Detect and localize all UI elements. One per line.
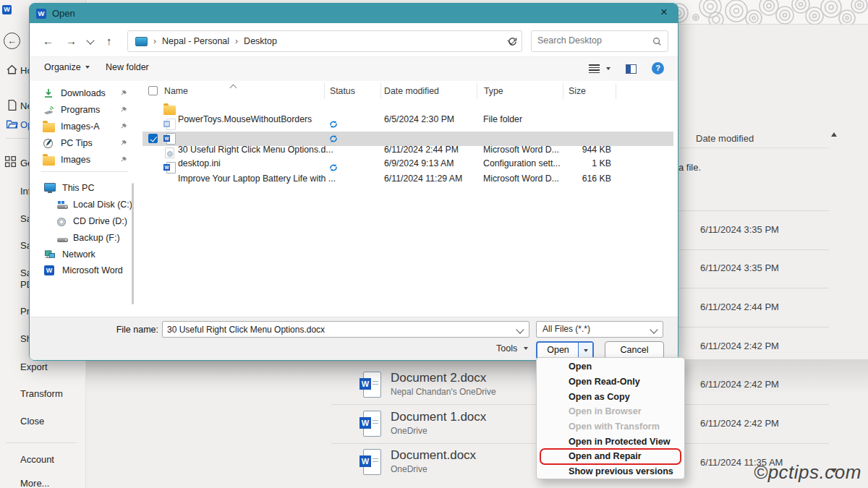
new-folder-button[interactable]: New folder (106, 62, 149, 72)
back-arrow-icon: ← (7, 35, 17, 46)
view-options-chevron-icon[interactable] (606, 67, 610, 70)
backstage-nav-export[interactable]: Export (20, 361, 48, 372)
file-name-combobox (162, 321, 529, 338)
breadcrumb[interactable]: › Nepal - Personal › Desktop (127, 30, 522, 52)
pin-icon (119, 155, 128, 164)
menu-item-open-read-only[interactable]: Open Read-Only (537, 374, 684, 390)
row-checkbox[interactable] (148, 134, 158, 143)
desktop-location-icon (135, 37, 148, 46)
network-icon (44, 249, 56, 260)
sidebar-item-network[interactable]: Network (35, 247, 135, 262)
chevron-down-icon (85, 66, 90, 69)
recent-document-location: OneDrive (391, 464, 427, 474)
config-file-icon (164, 147, 174, 158)
menu-item-open-and-repair[interactable]: Open and Repair (537, 449, 684, 464)
column-date-modified[interactable]: Date modified (384, 83, 439, 99)
divider (6, 442, 77, 443)
sidebar-item-this-pc[interactable]: This PC (35, 181, 135, 195)
sidebar-divider (41, 171, 128, 172)
recent-document-name: Document 2.docx (391, 371, 486, 385)
watermark: ©pctips.com (754, 461, 861, 484)
column-name[interactable]: Name (164, 83, 188, 99)
search-icon[interactable] (652, 37, 662, 46)
search-input[interactable] (532, 31, 652, 50)
tools-button[interactable]: Tools (496, 343, 528, 354)
this-pc-icon (44, 183, 56, 193)
folder-icon (163, 106, 176, 115)
menu-item-open-with-transform: Open with Transform (537, 419, 684, 435)
folder-icon (43, 156, 55, 166)
view-details-icon[interactable] (589, 64, 600, 73)
preview-pane-icon[interactable] (626, 64, 637, 74)
file-row[interactable]: W Improve Your Laptop Battery Life with … (142, 160, 673, 175)
file-row[interactable]: W ~$ Useful Right Click Menu Options.d..… (142, 117, 673, 132)
quill-icon (43, 137, 54, 149)
sync-status-icon (328, 134, 339, 144)
file-name-label: File name: (102, 325, 158, 335)
sidebar-item-cd-drive-d[interactable]: CD Drive (D:) (35, 214, 135, 228)
sidebar-item-pc-tips[interactable]: PC Tips (35, 136, 135, 150)
refresh-icon[interactable] (507, 36, 518, 47)
open-dropdown-arrow[interactable] (578, 343, 592, 358)
column-divider[interactable] (477, 83, 477, 99)
column-header-row: Name Status Date modified Type Size (142, 83, 673, 99)
menu-item-open-as-copy[interactable]: Open as Copy (537, 389, 684, 404)
menu-item-open[interactable]: Open (537, 359, 684, 374)
word-document-icon: W (163, 133, 175, 144)
local-disk-icon (57, 205, 68, 209)
file-row-selected[interactable]: W 30 Useful Right Click Menu Options.d..… (142, 132, 673, 146)
chevron-down-icon (524, 347, 528, 350)
back-button[interactable]: ← (43, 35, 54, 46)
backstage-nav-close[interactable]: Close (20, 416, 44, 427)
column-divider[interactable] (616, 83, 616, 99)
recent-file-date: 6/11/2024 2:42 PM (700, 341, 779, 351)
sidebar-item-microsoft-word[interactable]: W Microsoft Word (35, 263, 135, 278)
dialog-title: Open (52, 8, 75, 19)
file-row[interactable]: desktop.ini 6/9/2024 9:13 AM Configurati… (142, 146, 673, 160)
sidebar-item-images[interactable]: Images (35, 153, 135, 167)
sidebar-scrollbar[interactable] (132, 183, 134, 304)
help-icon[interactable]: ? (652, 62, 664, 74)
sidebar-item-downloads[interactable]: Downloads (35, 86, 135, 100)
sidebar-item-programs[interactable]: Programs (35, 103, 135, 117)
select-all-checkbox[interactable] (148, 86, 158, 95)
open-button[interactable]: Open (537, 343, 579, 358)
column-divider[interactable] (563, 83, 563, 99)
column-type[interactable]: Type (484, 83, 503, 99)
column-divider[interactable] (380, 83, 381, 99)
sidebar-item-local-disk-c[interactable]: Local Disk (C:) (35, 197, 135, 212)
file-row[interactable]: PowerToys.MouseWithoutBorders 6/5/2024 2… (142, 103, 673, 117)
add-ins-grid-icon (4, 155, 17, 168)
up-button[interactable]: ↑ (106, 35, 112, 46)
backstage-nav-more[interactable]: More... (20, 478, 49, 488)
recent-document-location: Nepal Chandan's OneDrive (391, 387, 496, 397)
sidebar-item-label: Microsoft Word (62, 263, 123, 278)
menu-item-show-previous-versions[interactable]: Show previous versions (537, 464, 684, 479)
column-status[interactable]: Status (330, 83, 355, 99)
scroll-up-arrow[interactable] (831, 132, 837, 137)
breadcrumb-root[interactable]: Nepal - Personal (162, 36, 229, 46)
file-name-input[interactable] (163, 322, 519, 337)
menu-item-open-in-protected-view[interactable]: Open in Protected View (537, 434, 684, 449)
sync-status-icon (328, 119, 339, 129)
sidebar-item-images-a[interactable]: Images-A (35, 119, 135, 134)
organize-label: Organize (44, 62, 81, 72)
column-divider[interactable] (324, 83, 325, 99)
recent-locations-chevron-icon[interactable] (86, 36, 94, 44)
file-type-select[interactable]: All Files (*.*) (536, 321, 663, 338)
column-size[interactable]: Size (569, 83, 586, 99)
backstage-scrollbar[interactable] (829, 130, 839, 479)
breadcrumb-current[interactable]: Desktop (244, 36, 277, 46)
word-app-icon: W (2, 5, 12, 14)
backstage-back-button[interactable]: ← (4, 33, 20, 49)
word-app-icon: W (36, 9, 46, 19)
tools-label: Tools (496, 343, 517, 354)
organize-button[interactable]: Organize (44, 62, 90, 72)
forward-button[interactable]: → (66, 35, 77, 46)
close-icon[interactable]: × (660, 5, 668, 20)
backstage-nav-account[interactable]: Account (20, 454, 54, 465)
backup-drive-icon (57, 238, 68, 242)
sidebar-item-backup-f[interactable]: Backup (F:) (35, 231, 135, 245)
backstage-nav-transform[interactable]: Transform (20, 388, 63, 399)
pin-icon (119, 122, 128, 131)
